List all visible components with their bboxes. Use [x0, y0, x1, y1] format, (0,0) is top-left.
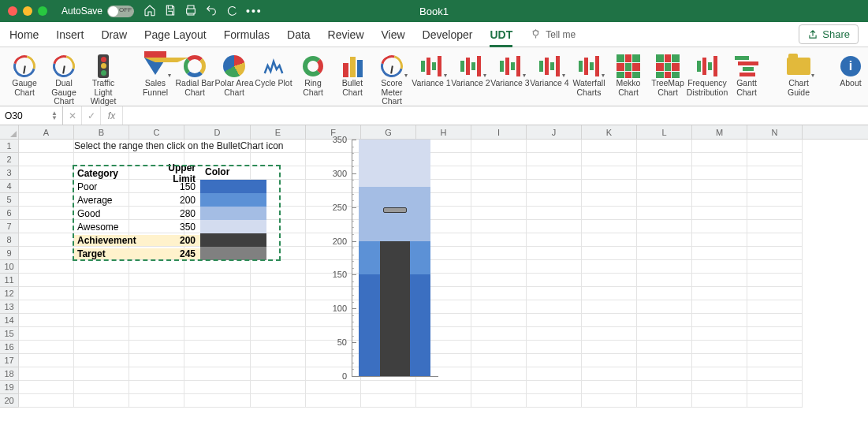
cell-D17[interactable]: [184, 354, 251, 367]
cell-A8[interactable]: [19, 233, 74, 247]
cell-I6[interactable]: [471, 207, 527, 220]
cell-K12[interactable]: [582, 287, 637, 300]
tab-review[interactable]: Review: [328, 28, 364, 41]
cell-A16[interactable]: [19, 341, 74, 354]
row-header-9[interactable]: 9: [0, 247, 19, 260]
ribbon-dual-gauge-chart[interactable]: Dual Gauge Chart: [44, 52, 84, 106]
cell-J16[interactable]: [527, 341, 582, 354]
toggle-switch[interactable]: OFF: [107, 6, 134, 17]
cell-K5[interactable]: [582, 193, 637, 207]
formula-input[interactable]: [123, 106, 868, 125]
cell-L11[interactable]: [637, 274, 692, 287]
cell-L8[interactable]: [637, 233, 692, 247]
column-header-B[interactable]: B: [74, 125, 129, 139]
cell-C10[interactable]: [129, 260, 184, 274]
cell-K3[interactable]: [582, 166, 637, 180]
cell-A10[interactable]: [19, 260, 74, 274]
ribbon-waterfall-charts[interactable]: ▾Waterfall Charts: [569, 52, 609, 97]
ribbon-gauge-chart[interactable]: Gauge Chart: [5, 52, 44, 97]
row-header-10[interactable]: 10: [0, 260, 19, 274]
cell-E11[interactable]: [251, 274, 306, 287]
tab-page-layout[interactable]: Page Layout: [144, 28, 207, 41]
cell-H20[interactable]: [416, 394, 471, 408]
column-header-A[interactable]: A: [19, 125, 74, 139]
cell-D10[interactable]: [184, 260, 251, 274]
cell-L17[interactable]: [637, 354, 692, 367]
cell-I17[interactable]: [471, 354, 527, 367]
cell-I10[interactable]: [471, 260, 527, 274]
cell-D12[interactable]: [184, 287, 251, 300]
cell-M16[interactable]: [692, 341, 747, 354]
cell-I12[interactable]: [471, 287, 527, 300]
name-box[interactable]: O30 ▲▼: [0, 106, 63, 125]
ribbon-cycle-plot[interactable]: Cycle Plot: [254, 52, 293, 88]
cell-C11[interactable]: [129, 274, 184, 287]
cell-K20[interactable]: [582, 394, 637, 408]
row-header-5[interactable]: 5: [0, 193, 19, 207]
column-header-K[interactable]: K: [582, 125, 637, 139]
cell-M10[interactable]: [692, 260, 747, 274]
cell-C18[interactable]: [129, 367, 184, 381]
cell-D14[interactable]: [184, 314, 251, 327]
home-icon[interactable]: [143, 4, 156, 19]
cell-C15[interactable]: [129, 327, 184, 341]
close-window-button[interactable]: [8, 6, 17, 16]
cell-N15[interactable]: [747, 327, 803, 341]
cell-E12[interactable]: [251, 287, 306, 300]
ribbon-treemap-chart[interactable]: TreeMap Chart: [648, 52, 687, 97]
cell-N20[interactable]: [747, 394, 803, 408]
tab-home[interactable]: Home: [9, 28, 39, 41]
cell-N18[interactable]: [747, 367, 803, 381]
cell-B20[interactable]: [74, 394, 129, 408]
row-header-7[interactable]: 7: [0, 220, 19, 233]
cell-C14[interactable]: [129, 314, 184, 327]
cell-A13[interactable]: [19, 300, 74, 314]
cell-I4[interactable]: [471, 180, 527, 193]
cell-N10[interactable]: [747, 260, 803, 274]
cell-M3[interactable]: [692, 166, 747, 180]
cell-B15[interactable]: [74, 327, 129, 341]
print-icon[interactable]: [184, 4, 197, 19]
cell-K4[interactable]: [582, 180, 637, 193]
ribbon-variance-1[interactable]: ▾Variance 1: [412, 52, 451, 88]
cell-N12[interactable]: [747, 287, 803, 300]
cell-E2[interactable]: [251, 153, 306, 166]
cell-J17[interactable]: [527, 354, 582, 367]
cell-J15[interactable]: [527, 327, 582, 341]
cell-N2[interactable]: [747, 153, 803, 166]
cell-N4[interactable]: [747, 180, 803, 193]
cell-J19[interactable]: [527, 381, 582, 394]
cell-B19[interactable]: [74, 381, 129, 394]
row-header-6[interactable]: 6: [0, 207, 19, 220]
row-header-20[interactable]: 20: [0, 394, 19, 408]
fx-icon[interactable]: fx: [101, 106, 123, 125]
cell-A1[interactable]: [19, 140, 74, 153]
cell-A18[interactable]: [19, 367, 74, 381]
cell-A14[interactable]: [19, 314, 74, 327]
row-header-8[interactable]: 8: [0, 233, 19, 247]
cell-E13[interactable]: [251, 300, 306, 314]
cell-J14[interactable]: [527, 314, 582, 327]
row-header-3[interactable]: 3: [0, 166, 19, 180]
cell-J9[interactable]: [527, 247, 582, 260]
tell-me-search[interactable]: Tell me: [530, 28, 576, 40]
cell-D16[interactable]: [184, 341, 251, 354]
cell-M17[interactable]: [692, 354, 747, 367]
more-icon[interactable]: •••: [246, 5, 263, 17]
cell-I5[interactable]: [471, 193, 527, 207]
cell-K8[interactable]: [582, 233, 637, 247]
cell-M1[interactable]: [692, 140, 747, 153]
row-header-19[interactable]: 19: [0, 381, 19, 394]
cell-I7[interactable]: [471, 220, 527, 233]
ribbon-variance-4[interactable]: ▾Variance 4: [530, 52, 569, 88]
cell-E10[interactable]: [251, 260, 306, 274]
cell-N11[interactable]: [747, 274, 803, 287]
cell-A2[interactable]: [19, 153, 74, 166]
cell-B17[interactable]: [74, 354, 129, 367]
cell-M7[interactable]: [692, 220, 747, 233]
cell-C16[interactable]: [129, 341, 184, 354]
cell-E20[interactable]: [251, 394, 306, 408]
tab-insert[interactable]: Insert: [56, 28, 84, 41]
cell-A17[interactable]: [19, 354, 74, 367]
cell-I15[interactable]: [471, 327, 527, 341]
